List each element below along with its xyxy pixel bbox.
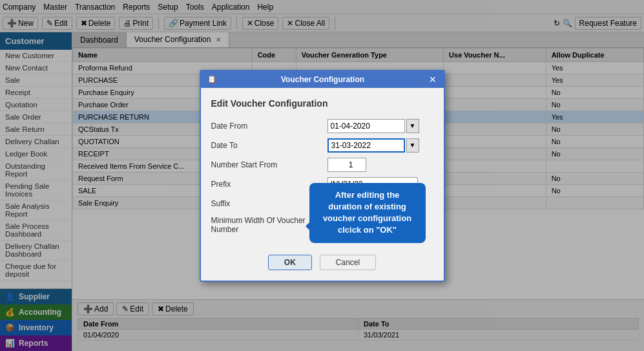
voucher-config-modal: 📋 Voucher Configuration ✕ Edit Voucher C… [200,70,445,282]
modal-title-text: Voucher Configuration [281,75,364,84]
ok-button[interactable]: OK [268,255,312,270]
modal-title-icon: 📋 [207,75,216,83]
date-from-label: Date From [211,122,327,131]
date-to-label: Date To [211,141,327,150]
tooltip-bubble: After editing the duration of existing v… [309,183,426,243]
modal-container: 📋 Voucher Configuration ✕ Edit Voucher C… [200,70,445,282]
modal-overlay: 📋 Voucher Configuration ✕ Edit Voucher C… [0,0,644,351]
form-row-date-from: Date From ▼ [211,119,433,133]
form-row-date-to: Date To ▼ [211,138,433,153]
modal-actions: OK Cancel [201,250,444,281]
number-start-input[interactable] [327,158,366,172]
cancel-button[interactable]: Cancel [320,255,376,270]
date-to-input[interactable] [327,138,405,153]
date-to-picker-button[interactable]: ▼ [406,138,419,153]
date-from-input-group: ▼ [327,119,433,133]
number-start-input-group [327,158,433,172]
date-from-input[interactable] [327,119,405,133]
modal-close-button[interactable]: ✕ [429,74,437,85]
number-start-label: Number Start From [211,160,327,169]
form-row-number-start: Number Start From [211,158,433,172]
modal-heading: Edit Voucher Configuration [211,98,433,109]
modal-titlebar: 📋 Voucher Configuration ✕ [201,71,444,88]
date-from-picker-button[interactable]: ▼ [406,119,419,133]
date-to-input-group: ▼ [327,138,433,153]
